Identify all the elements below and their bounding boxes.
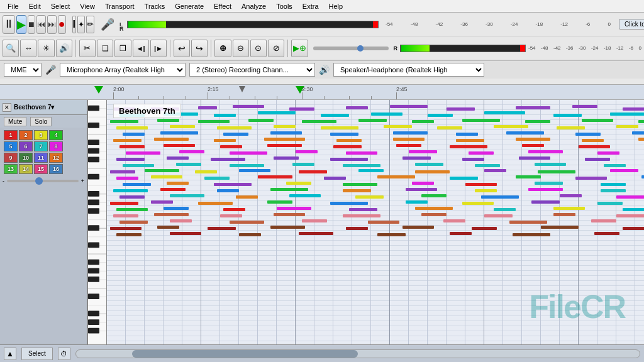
menu-view[interactable]: View — [75, 1, 100, 11]
svg-rect-232 — [113, 214, 138, 217]
menu-tracks[interactable]: Tracks — [140, 1, 170, 11]
svg-rect-218 — [462, 202, 494, 205]
clock-button[interactable]: ⏱ — [58, 348, 70, 360]
svg-rect-126 — [396, 144, 421, 147]
svg-rect-147 — [462, 158, 484, 161]
record-button[interactable]: ● — [58, 15, 66, 34]
svg-rect-94 — [321, 126, 358, 129]
svg-rect-166 — [358, 169, 384, 172]
svg-rect-198 — [475, 189, 497, 192]
svg-rect-83 — [302, 120, 336, 123]
select-tool-button[interactable]: I — [72, 16, 76, 33]
color-cell-13[interactable]: 13 — [4, 164, 18, 174]
playhead-marker[interactable] — [239, 86, 245, 92]
redo-button[interactable]: ↪ — [191, 40, 208, 57]
color-cell-7[interactable]: 7 — [34, 141, 48, 151]
star-button[interactable]: ✳ — [38, 40, 54, 57]
bottom-bar: ▲ Select ⏱ — [0, 344, 644, 362]
multi-tool-button[interactable]: ✦ — [77, 16, 85, 33]
channel-select[interactable]: 2 (Stereo) Recording Chann... — [189, 63, 315, 77]
monitor-button[interactable]: Click to Start Monitoring — [619, 19, 644, 30]
speaker-select[interactable]: Speaker/Headphone (Realtek High — [333, 63, 484, 77]
trim-left-button[interactable]: ◄| — [133, 40, 149, 57]
menu-effect[interactable]: Effect — [209, 1, 236, 11]
menu-tools[interactable]: Tools — [271, 1, 297, 11]
menu-analyze[interactable]: Analyze — [236, 1, 271, 11]
svg-rect-112 — [154, 138, 189, 141]
move-button[interactable]: ↔ — [20, 40, 36, 57]
zoom-sel-button[interactable]: ⊙ — [250, 40, 267, 57]
menu-extra[interactable]: Extra — [297, 1, 324, 11]
menu-file[interactable]: File — [3, 1, 24, 11]
svg-rect-176 — [324, 177, 346, 180]
vol-thumb[interactable] — [35, 177, 43, 185]
color-cell-15[interactable]: 15 — [34, 164, 48, 174]
horizontal-scrollbar[interactable] — [75, 349, 640, 358]
color-cell-1[interactable]: 1 — [4, 130, 18, 140]
svg-rect-212 — [110, 202, 138, 205]
mic-icon[interactable]: 🎤 — [101, 15, 114, 34]
speaker-button[interactable]: 🔊 — [56, 40, 72, 57]
color-cell-11[interactable]: 11 — [34, 153, 48, 163]
menu-transport[interactable]: Transport — [100, 1, 140, 11]
menu-select[interactable]: Select — [46, 1, 75, 11]
undo-button[interactable]: ↩ — [174, 40, 190, 57]
draw-tool-button[interactable]: ✏ — [86, 16, 94, 33]
paste-button[interactable]: ❒ — [114, 40, 131, 57]
color-cell-2[interactable]: 2 — [19, 130, 33, 140]
svg-rect-179 — [516, 175, 541, 178]
play-button[interactable]: ▶ — [16, 15, 26, 34]
svg-rect-162 — [145, 169, 179, 172]
trim-right-button[interactable]: |► — [150, 40, 167, 57]
color-cell-10[interactable]: 10 — [19, 153, 33, 163]
zoom-toggle-button[interactable]: ⊘ — [268, 40, 284, 57]
host-select[interactable]: MME — [4, 63, 42, 77]
color-cell-14[interactable]: 14 — [19, 164, 33, 174]
stop-button[interactable]: ■ — [28, 15, 35, 34]
color-cell-12[interactable]: 12 — [49, 153, 63, 163]
svg-rect-114 — [264, 138, 305, 141]
menu-help[interactable]: Help — [324, 1, 348, 11]
scrollbar-thumb[interactable] — [132, 350, 357, 358]
playback-zoom-btn[interactable]: ▶⊕ — [291, 40, 308, 57]
mic-select[interactable]: Microphone Array (Realtek High — [60, 63, 186, 77]
select-button[interactable]: Select — [21, 348, 53, 360]
skip-back-button[interactable]: ⏮ — [36, 15, 46, 34]
zoom-in-button[interactable]: 🔍 — [3, 40, 19, 57]
color-cell-8[interactable]: 8 — [49, 141, 63, 151]
speed-slider-thumb[interactable] — [357, 45, 364, 52]
svg-rect-190 — [601, 183, 626, 186]
solo-button[interactable]: Solo — [30, 117, 52, 126]
scroll-left-button[interactable]: ▲ — [4, 348, 16, 360]
color-cell-3[interactable]: 3 — [34, 130, 48, 140]
menu-generate[interactable]: Generate — [170, 1, 209, 11]
svg-rect-93 — [274, 125, 296, 128]
menu-edit[interactable]: Edit — [24, 1, 46, 11]
svg-rect-104 — [270, 131, 302, 134]
color-cell-6[interactable]: 6 — [19, 141, 33, 151]
svg-rect-238 — [484, 214, 513, 217]
svg-rect-120 — [638, 138, 644, 141]
svg-rect-157 — [475, 164, 500, 167]
vol-slider[interactable] — [7, 180, 79, 182]
svg-rect-92 — [217, 126, 252, 129]
zoom-out-button[interactable]: ⊖ — [233, 40, 249, 57]
svg-rect-98 — [557, 126, 585, 129]
midi-grid[interactable]: Beethoven 7th FileCR — [107, 100, 644, 344]
color-cell-9[interactable]: 9 — [4, 153, 18, 163]
svg-rect-82 — [248, 119, 274, 122]
svg-rect-127 — [450, 145, 487, 148]
color-cell-4[interactable]: 4 — [49, 130, 63, 140]
start-marker[interactable] — [94, 86, 103, 94]
speed-slider-track[interactable] — [313, 47, 389, 50]
svg-rect-151 — [123, 164, 154, 167]
scissors-button[interactable]: ✂ — [79, 40, 96, 57]
track-close-button[interactable]: ✕ — [3, 103, 11, 112]
copy-button[interactable]: ❑ — [97, 40, 113, 57]
zoom-fit-button[interactable]: ⊕ — [214, 40, 231, 57]
mute-button[interactable]: Mute — [4, 117, 26, 126]
skip-fwd-button[interactable]: ⏭ — [47, 15, 57, 34]
color-cell-5[interactable]: 5 — [4, 141, 18, 151]
pause-button[interactable]: ⏸ — [3, 15, 15, 34]
color-cell-16[interactable]: 16 — [49, 164, 63, 174]
